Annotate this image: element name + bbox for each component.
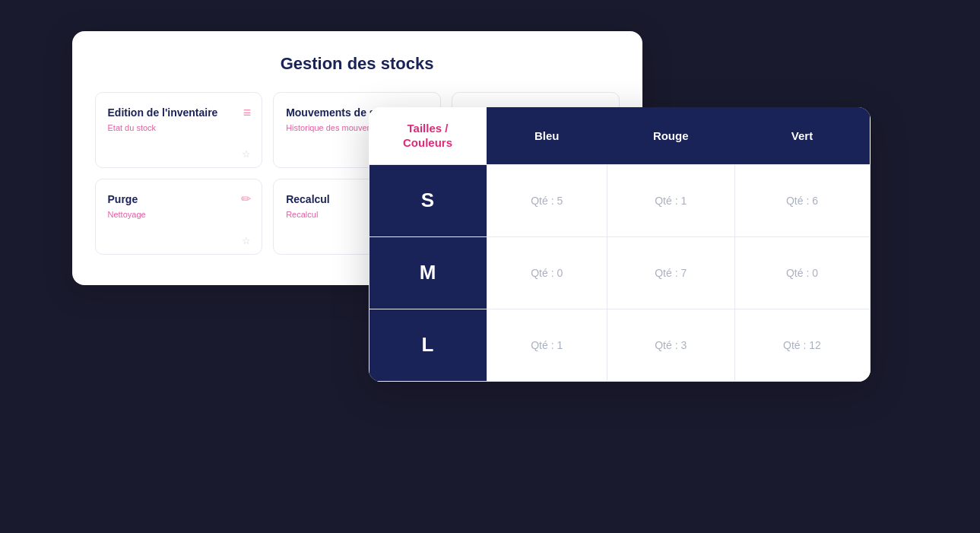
table-row-m: M Qté : 0 Qté : 7 Qté : 0 <box>369 236 870 309</box>
size-cell-s: S <box>369 164 487 236</box>
size-cell-l: L <box>369 309 487 381</box>
col-header-bleu: Bleu <box>487 107 607 165</box>
table-row-l: L Qté : 1 Qté : 3 Qté : 12 <box>369 309 870 381</box>
qty-l-vert: Qté : 12 <box>734 309 870 381</box>
qty-m-bleu: Qté : 0 <box>487 236 607 309</box>
stock-table: Tailles / Couleurs Bleu Rouge Vert S Qté… <box>369 107 871 382</box>
stock-table-wrapper: Tailles / Couleurs Bleu Rouge Vert S Qté… <box>369 107 871 382</box>
star-icon: ☆ <box>242 235 251 246</box>
menu-item-subtitle: Etat du stock <box>108 123 250 132</box>
menu-item-title: Purge <box>108 193 250 205</box>
list-icon: ≡ <box>243 105 252 121</box>
scene: Gestion des stocks ≡ Edition de l'invent… <box>72 31 909 503</box>
star-icon: ☆ <box>242 148 251 160</box>
col-header-tailles: Tailles / Couleurs <box>369 107 487 165</box>
menu-item-subtitle: Nettoyage <box>108 210 250 219</box>
menu-item-purge[interactable]: ✏ Purge Nettoyage ☆ <box>95 179 263 255</box>
table-row-s: S Qté : 5 Qté : 1 Qté : 6 <box>369 164 870 236</box>
menu-item-title: Edition de l'inventaire <box>108 106 250 119</box>
qty-m-rouge: Qté : 7 <box>607 236 734 309</box>
menu-item-inventaire[interactable]: ≡ Edition de l'inventaire Etat du stock … <box>95 92 263 168</box>
col-header-vert: Vert <box>734 107 870 165</box>
page-title: Gestion des stocks <box>95 54 620 74</box>
qty-l-rouge: Qté : 3 <box>607 309 734 381</box>
qty-s-vert: Qté : 6 <box>734 164 870 236</box>
qty-m-vert: Qté : 0 <box>734 236 870 309</box>
qty-s-rouge: Qté : 1 <box>607 164 734 236</box>
col-header-rouge: Rouge <box>607 107 734 165</box>
front-card: Tailles / Couleurs Bleu Rouge Vert S Qté… <box>369 107 871 382</box>
qty-s-bleu: Qté : 5 <box>487 164 607 236</box>
size-cell-m: M <box>369 236 487 309</box>
eraser-icon: ✏ <box>241 192 251 206</box>
qty-l-bleu: Qté : 1 <box>487 309 607 381</box>
